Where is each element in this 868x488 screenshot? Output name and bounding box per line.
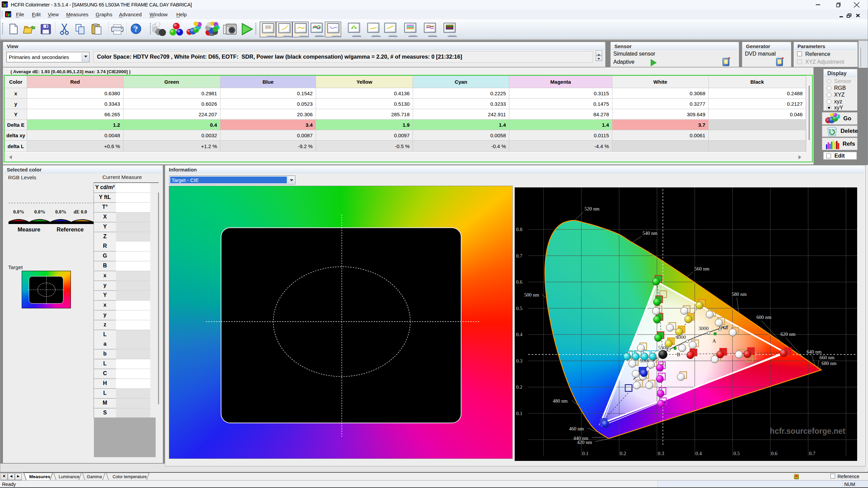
svg-text:hcfr.sourceforge.net: hcfr.sourceforge.net bbox=[770, 427, 846, 435]
svg-text:?: ? bbox=[134, 25, 138, 33]
svg-text:B: B bbox=[677, 352, 680, 357]
svg-text:A: A bbox=[712, 338, 716, 344]
svg-text:520 nm: 520 nm bbox=[585, 206, 600, 211]
svg-text:0.1: 0.1 bbox=[516, 411, 522, 416]
svg-text:0.0%: 0.0% bbox=[55, 209, 66, 215]
svg-text:0.8: 0.8 bbox=[516, 227, 522, 232]
svg-text:0.7: 0.7 bbox=[516, 253, 522, 259]
svg-text:540 nm: 540 nm bbox=[643, 230, 658, 236]
svg-text:0.3: 0.3 bbox=[516, 358, 522, 364]
svg-text:0.1: 0.1 bbox=[582, 451, 589, 456]
svg-text:Luminance: Luminance bbox=[59, 474, 79, 479]
svg-text:0.0%: 0.0% bbox=[34, 209, 45, 215]
svg-text:Measures: Measures bbox=[29, 474, 50, 479]
svg-text:0.3: 0.3 bbox=[658, 451, 664, 456]
svg-text:660 nm: 660 nm bbox=[820, 355, 835, 360]
svg-text:600 nm: 600 nm bbox=[756, 314, 772, 320]
svg-text:640 nm: 640 nm bbox=[807, 349, 822, 354]
svg-text:680 nm: 680 nm bbox=[822, 361, 837, 366]
svg-text:Color temperature: Color temperature bbox=[113, 474, 147, 479]
svg-text:0.0%: 0.0% bbox=[13, 209, 24, 215]
svg-text:560 nm: 560 nm bbox=[694, 266, 710, 271]
svg-text:0.4: 0.4 bbox=[695, 451, 702, 456]
svg-text:0.5: 0.5 bbox=[516, 306, 522, 311]
svg-text:0.2: 0.2 bbox=[620, 451, 626, 456]
svg-text:500 nm: 500 nm bbox=[524, 292, 539, 298]
svg-text:0.4: 0.4 bbox=[516, 332, 522, 337]
svg-text:0.6: 0.6 bbox=[771, 451, 777, 456]
svg-text:620 nm: 620 nm bbox=[781, 331, 796, 337]
svg-text:420 nm: 420 nm bbox=[577, 440, 592, 445]
svg-text:0.2: 0.2 bbox=[516, 384, 522, 390]
svg-text:0.5: 0.5 bbox=[733, 451, 740, 456]
svg-text:0.6: 0.6 bbox=[516, 279, 522, 285]
svg-text:460 nm: 460 nm bbox=[569, 426, 584, 431]
svg-text:580 nm: 580 nm bbox=[732, 291, 747, 297]
svg-text:Gamma: Gamma bbox=[87, 474, 102, 479]
svg-text:dE 0.0: dE 0.0 bbox=[74, 209, 87, 215]
svg-text:3000: 3000 bbox=[698, 326, 709, 331]
svg-text:4000: 4000 bbox=[676, 334, 686, 340]
svg-text:0.7: 0.7 bbox=[809, 451, 815, 456]
svg-text:480 nm: 480 nm bbox=[553, 398, 568, 404]
